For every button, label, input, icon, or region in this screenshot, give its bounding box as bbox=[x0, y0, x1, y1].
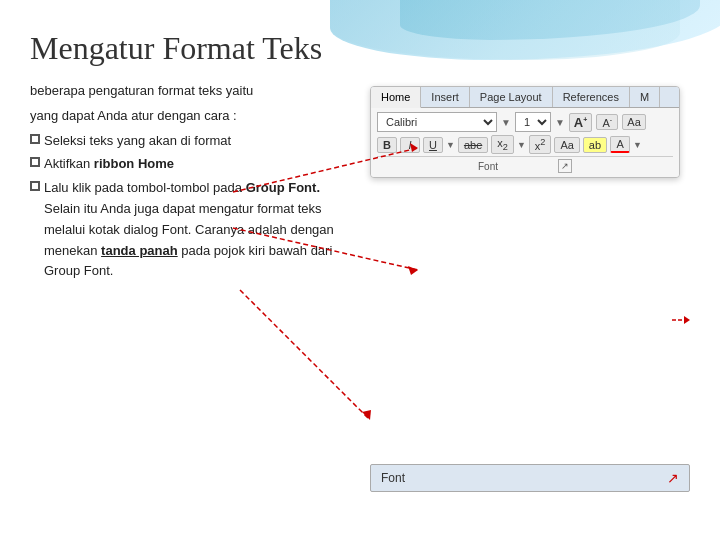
tab-references[interactable]: References bbox=[553, 87, 630, 107]
font-name-selector[interactable]: Calibri bbox=[377, 112, 497, 132]
bullet-icon-2 bbox=[30, 157, 40, 167]
ribbon-body: Calibri ▼ 12 ▼ A+ A- Aa B I bbox=[371, 108, 679, 177]
size-dropdown-arrow: ▼ bbox=[555, 117, 565, 128]
subscript-button[interactable]: x2 bbox=[491, 135, 514, 154]
highlight-button[interactable]: ab bbox=[583, 137, 607, 153]
change-case-button[interactable]: Aa bbox=[622, 114, 645, 130]
italic-button[interactable]: I bbox=[400, 137, 420, 153]
bullet-text-3: Lalu klik pada tombol-tombol pada Group … bbox=[44, 178, 350, 282]
dropdown-arrow-underline: ▼ bbox=[446, 140, 455, 150]
font-size-selector[interactable]: 12 bbox=[515, 112, 551, 132]
shrink-font-button[interactable]: A- bbox=[596, 114, 618, 131]
bullet-icon-1 bbox=[30, 134, 40, 144]
bullet-item-1: Seleksi teks yang akan di format bbox=[30, 131, 350, 152]
ribbon-tabs-bar: Home Insert Page Layout References M bbox=[371, 87, 679, 108]
bullet-item-3: Lalu klik pada tombol-tombol pada Group … bbox=[30, 178, 350, 282]
superscript-button[interactable]: x2 bbox=[529, 135, 552, 154]
right-ribbon-column: Home Insert Page Layout References M Cal… bbox=[370, 81, 690, 285]
content-area: beberapa pengaturan format teks yaitu ya… bbox=[30, 81, 690, 285]
dropdown-arrow-color: ▼ bbox=[633, 140, 642, 150]
intro-line2: yang dapat Anda atur dengan cara : bbox=[30, 106, 350, 127]
ribbon-simulation: Home Insert Page Layout References M Cal… bbox=[370, 86, 680, 178]
section-name-font: Font bbox=[478, 161, 498, 172]
bullet-icon-3 bbox=[30, 181, 40, 191]
tab-home[interactable]: Home bbox=[371, 87, 421, 108]
bullet-item-2: Aktifkan ribbon Home bbox=[30, 154, 350, 175]
bullet-text-2: Aktifkan ribbon Home bbox=[44, 154, 174, 175]
font-dropdown-arrow: ▼ bbox=[501, 117, 511, 128]
dialog-launcher-icon[interactable]: ↗ bbox=[558, 159, 572, 173]
font-color-button[interactable]: A bbox=[610, 136, 630, 153]
underline-button[interactable]: U bbox=[423, 137, 443, 153]
tab-insert[interactable]: Insert bbox=[421, 87, 470, 107]
left-text-column: beberapa pengaturan format teks yaitu ya… bbox=[30, 81, 350, 285]
intro-line1: beberapa pengaturan format teks yaitu bbox=[30, 81, 350, 102]
tab-page-layout[interactable]: Page Layout bbox=[470, 87, 553, 107]
ribbon-section-label: Font ↗ bbox=[377, 156, 673, 173]
text-effects-button[interactable]: Aa bbox=[554, 137, 579, 153]
page-title: Mengatur Format Teks bbox=[30, 30, 690, 67]
bold-button[interactable]: B bbox=[377, 137, 397, 153]
bullet-text-1: Seleksi teks yang akan di format bbox=[44, 131, 231, 152]
ribbon-row-1: Calibri ▼ 12 ▼ A+ A- Aa bbox=[377, 112, 673, 132]
dropdown-arrow-sub: ▼ bbox=[517, 140, 526, 150]
grow-font-button[interactable]: A+ bbox=[569, 113, 592, 132]
strikethrough-button[interactable]: abe bbox=[458, 137, 488, 153]
tab-more[interactable]: M bbox=[630, 87, 660, 107]
ribbon-row-2: B I U ▼ abe x2 ▼ x2 Aa ab A ▼ bbox=[377, 135, 673, 154]
main-page: Mengatur Format Teks beberapa pengaturan… bbox=[0, 0, 720, 540]
